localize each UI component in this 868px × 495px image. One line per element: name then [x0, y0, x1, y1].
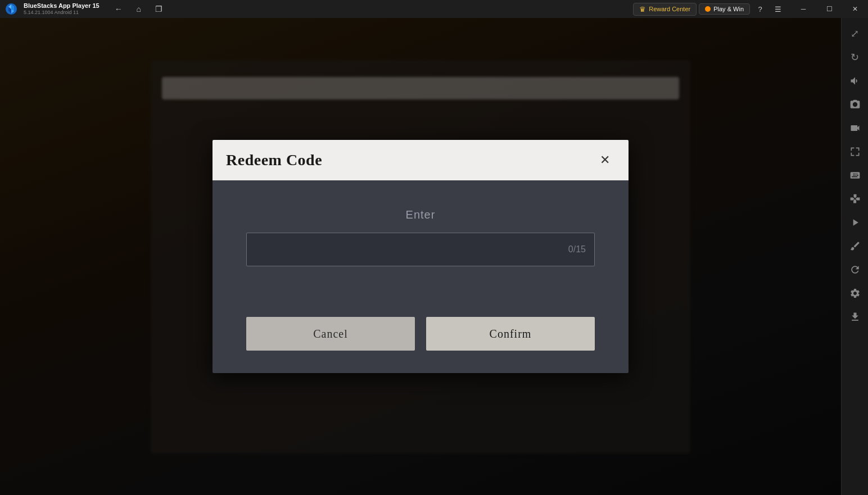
volume-icon[interactable]	[844, 70, 866, 92]
modal-footer: Cancel Confirm	[213, 317, 629, 373]
app-name-block: BlueStacks App Player 15 5.14.21.1004 An…	[24, 2, 100, 16]
window-controls: ─ ☐ ✕	[790, 0, 868, 18]
cancel-button[interactable]: Cancel	[246, 317, 415, 351]
code-input[interactable]	[246, 233, 595, 266]
home-button[interactable]: ⌂	[131, 1, 147, 17]
video-icon[interactable]	[844, 117, 866, 139]
refresh-icon[interactable]	[844, 258, 866, 281]
resize-icon[interactable]	[844, 140, 866, 163]
redeem-code-modal: Redeem Code ✕ Enter 0/15 Cancel Confirm	[213, 140, 629, 373]
enter-label: Enter	[246, 208, 595, 221]
modal-body: Enter 0/15	[213, 180, 629, 317]
confirm-button[interactable]: Confirm	[426, 317, 595, 351]
play-win-label: Play & Win	[713, 6, 744, 12]
minimize-button[interactable]: ─	[790, 0, 816, 18]
settings-icon[interactable]	[844, 282, 866, 305]
help-button[interactable]: ?	[752, 1, 768, 17]
orange-dot-icon	[705, 6, 711, 12]
gamepad-icon[interactable]	[844, 188, 866, 210]
expand-icon[interactable]: ⤢	[844, 22, 866, 45]
modal-close-button[interactable]: ✕	[595, 150, 615, 170]
screenshot-icon[interactable]	[844, 93, 866, 116]
reward-center-button[interactable]: ♛ Reward Center	[633, 3, 697, 16]
nav-buttons: ← ⌂ ❐	[111, 1, 167, 17]
reward-center-label: Reward Center	[649, 6, 690, 12]
code-input-wrapper: 0/15	[246, 233, 595, 266]
crown-icon: ♛	[639, 5, 646, 13]
back-button[interactable]: ←	[111, 1, 126, 17]
keyboard-icon[interactable]	[844, 164, 866, 187]
copy-button[interactable]: ❐	[151, 1, 167, 17]
modal-title: Redeem Code	[226, 151, 322, 169]
right-sidebar: ⤢ ↻	[841, 18, 868, 495]
titlebar-actions: ♛ Reward Center Play & Win ? ☰	[633, 1, 786, 17]
menu-button[interactable]: ☰	[770, 1, 786, 17]
rotate-icon[interactable]: ↻	[844, 46, 866, 69]
app-version: 5.14.21.1004 Android 11	[24, 10, 100, 16]
app-logo	[2, 0, 20, 18]
modal-overlay: Redeem Code ✕ Enter 0/15 Cancel Confirm	[0, 18, 841, 495]
maximize-button[interactable]: ☐	[816, 0, 842, 18]
main-content: Redeem Code ✕ Enter 0/15 Cancel Confirm	[0, 18, 841, 495]
play-win-button[interactable]: Play & Win	[699, 3, 750, 15]
brush-icon[interactable]	[844, 235, 866, 257]
close-button[interactable]: ✕	[842, 0, 868, 18]
app-name: BlueStacks App Player 15	[24, 2, 100, 10]
macro-icon[interactable]	[844, 211, 866, 234]
titlebar: BlueStacks App Player 15 5.14.21.1004 An…	[0, 0, 868, 18]
modal-header: Redeem Code ✕	[213, 140, 629, 180]
install-icon[interactable]	[844, 306, 866, 328]
